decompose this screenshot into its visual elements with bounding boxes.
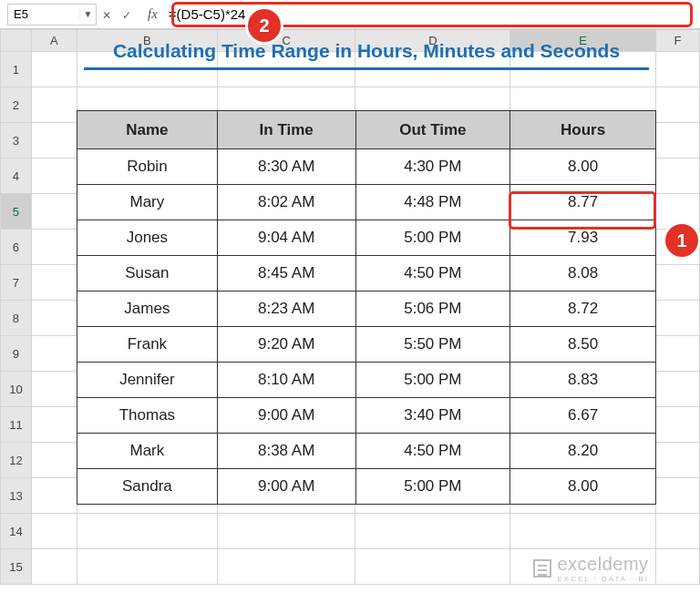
row-header-10[interactable]: 10 xyxy=(1,372,32,407)
row-header-8[interactable]: 8 xyxy=(1,301,32,336)
cell-E14[interactable] xyxy=(510,514,656,549)
cell-B15[interactable] xyxy=(77,549,217,585)
table-cell[interactable]: 3:40 PM xyxy=(355,398,510,434)
row-header-2[interactable]: 2 xyxy=(1,87,32,123)
table-cell[interactable]: Susan xyxy=(77,256,218,291)
cancel-icon[interactable]: ✕ xyxy=(97,6,117,23)
table-cell[interactable]: 4:30 PM xyxy=(355,149,510,185)
table-cell[interactable]: 8:10 AM xyxy=(217,363,355,398)
cell-A7[interactable] xyxy=(31,265,77,301)
cell-F11[interactable] xyxy=(656,407,700,443)
row-header-11[interactable]: 11 xyxy=(1,407,32,443)
cell-A3[interactable] xyxy=(31,123,77,158)
table-cell[interactable]: 8:30 AM xyxy=(217,149,355,185)
formula-input[interactable] xyxy=(163,5,693,24)
table-cell[interactable]: 8.00 xyxy=(510,149,656,185)
name-box-input[interactable] xyxy=(8,7,79,21)
table-cell[interactable]: 8.77 xyxy=(510,185,656,220)
row-header-14[interactable]: 14 xyxy=(1,514,32,549)
cell-A10[interactable] xyxy=(31,372,77,407)
row-header-15[interactable]: 15 xyxy=(1,549,32,585)
cell-A15[interactable] xyxy=(31,549,77,585)
row-header-5[interactable]: 5 xyxy=(1,194,32,230)
row-header-13[interactable]: 13 xyxy=(1,478,32,514)
table-cell[interactable]: Jones xyxy=(77,220,218,256)
table-cell[interactable]: 6.67 xyxy=(510,398,656,434)
cell-F14[interactable] xyxy=(656,514,700,549)
table-cell[interactable]: 8.83 xyxy=(510,363,656,398)
table-cell[interactable]: 8.20 xyxy=(510,434,656,469)
cell-F4[interactable] xyxy=(656,158,700,194)
row-header-4[interactable]: 4 xyxy=(1,158,32,194)
cell-F10[interactable] xyxy=(656,372,700,407)
table-cell[interactable]: 9:20 AM xyxy=(217,327,355,363)
cell-F1[interactable] xyxy=(656,52,700,87)
table-cell[interactable]: Mark xyxy=(77,434,218,469)
cell-F12[interactable] xyxy=(656,443,700,478)
table-cell[interactable]: 9:04 AM xyxy=(217,220,355,256)
cell-F13[interactable] xyxy=(656,478,700,514)
table-cell[interactable]: Thomas xyxy=(77,398,218,434)
cell-F7[interactable] xyxy=(656,265,700,301)
table-cell[interactable]: 8:02 AM xyxy=(217,185,355,220)
table-cell[interactable]: 5:50 PM xyxy=(355,327,510,363)
table-cell[interactable]: 8.00 xyxy=(510,469,656,505)
cell-A8[interactable] xyxy=(31,301,77,336)
cell-A12[interactable] xyxy=(31,443,77,478)
table-cell[interactable]: 8:38 AM xyxy=(217,434,355,469)
cell-A9[interactable] xyxy=(31,336,77,372)
cell-B14[interactable] xyxy=(77,514,217,549)
table-cell[interactable]: 5:06 PM xyxy=(355,291,510,327)
cell-A13[interactable] xyxy=(31,478,77,514)
row-header-7[interactable]: 7 xyxy=(1,265,32,301)
confirm-icon[interactable]: ✓ xyxy=(117,6,137,23)
table-cell[interactable]: 7.93 xyxy=(510,220,656,256)
row-header-3[interactable]: 3 xyxy=(1,123,32,158)
table-cell[interactable]: Frank xyxy=(77,327,218,363)
col-header-F[interactable]: F xyxy=(656,30,700,52)
cell-F3[interactable] xyxy=(656,123,700,158)
row-header-12[interactable]: 12 xyxy=(1,443,32,478)
table-cell[interactable]: 4:50 PM xyxy=(355,256,510,291)
table-cell[interactable]: 8:23 AM xyxy=(217,291,355,327)
table-cell[interactable]: 4:48 PM xyxy=(355,185,510,220)
cell-A5[interactable] xyxy=(31,194,77,230)
table-cell[interactable]: 8.50 xyxy=(510,327,656,363)
row-header-6[interactable]: 6 xyxy=(1,230,32,265)
table-cell[interactable]: 9:00 AM xyxy=(217,398,355,434)
name-box-dropdown-icon[interactable]: ▼ xyxy=(79,9,96,19)
fx-icon[interactable]: fx xyxy=(137,6,163,22)
name-box[interactable]: ▼ xyxy=(7,4,97,26)
table-cell[interactable]: Jennifer xyxy=(77,363,218,398)
col-header-A[interactable]: A xyxy=(31,30,77,52)
row-header-9[interactable]: 9 xyxy=(1,336,32,372)
cell-A4[interactable] xyxy=(31,158,77,194)
table-cell[interactable]: 8.72 xyxy=(510,291,656,327)
cell-A6[interactable] xyxy=(31,230,77,265)
table-cell[interactable]: 5:00 PM xyxy=(355,469,510,505)
cell-A11[interactable] xyxy=(31,407,77,443)
cell-C14[interactable] xyxy=(217,514,355,549)
table-cell[interactable]: Sandra xyxy=(77,469,218,505)
table-cell[interactable]: Robin xyxy=(77,149,218,185)
cell-F15[interactable] xyxy=(656,549,700,585)
cell-F8[interactable] xyxy=(656,301,700,336)
table-cell[interactable]: 5:00 PM xyxy=(355,363,510,398)
cell-A14[interactable] xyxy=(31,514,77,549)
row-header-1[interactable]: 1 xyxy=(1,52,32,87)
table-cell[interactable]: 4:50 PM xyxy=(355,434,510,469)
worksheet-content: Calculating Time Range in Hours, Minutes… xyxy=(77,26,656,505)
table-cell[interactable]: 9:00 AM xyxy=(217,469,355,505)
table-cell[interactable]: 5:00 PM xyxy=(355,220,510,256)
cell-C15[interactable] xyxy=(217,549,355,585)
table-cell[interactable]: James xyxy=(77,291,218,327)
table-cell[interactable]: 8.08 xyxy=(510,256,656,291)
cell-F2[interactable] xyxy=(656,87,700,123)
cell-D14[interactable] xyxy=(355,514,510,549)
cell-A2[interactable] xyxy=(31,87,77,123)
cell-D15[interactable] xyxy=(355,549,510,585)
table-cell[interactable]: 8:45 AM xyxy=(217,256,355,291)
table-cell[interactable]: Mary xyxy=(77,185,218,220)
cell-A1[interactable] xyxy=(31,52,77,87)
cell-F9[interactable] xyxy=(656,336,700,372)
